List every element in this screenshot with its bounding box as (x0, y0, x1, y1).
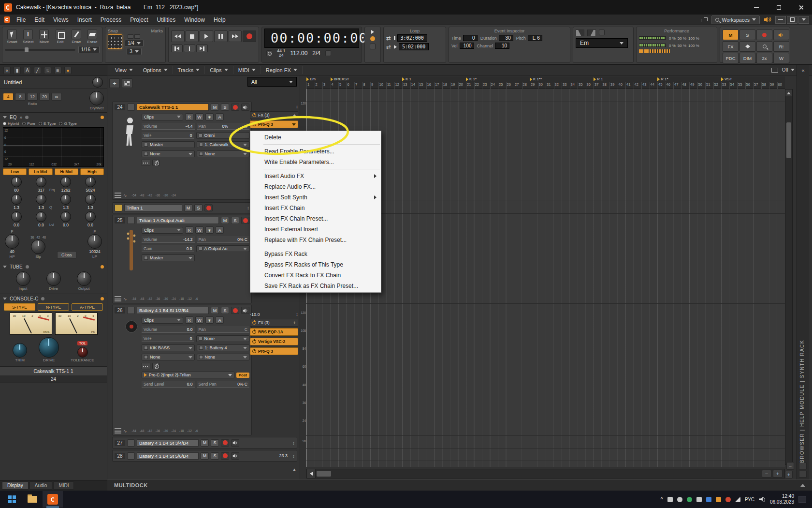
mdi-minimize-button[interactable] (775, 16, 786, 24)
ruler-measure-47[interactable]: 47 (673, 82, 682, 89)
ruler-measure-18[interactable]: 18 (442, 82, 450, 89)
send-level-field[interactable]: Send Level0.0 (142, 381, 195, 388)
ruler-measure-22[interactable]: 22 (474, 82, 482, 89)
aim-assist-icon[interactable] (771, 68, 778, 73)
add-track-button[interactable]: + (109, 78, 120, 88)
inspector-top-knob[interactable] (92, 77, 103, 88)
tray-app-icon-5[interactable] (706, 497, 711, 502)
loop-set-icon[interactable]: ⇄ (386, 44, 391, 50)
ruler-marker-k-1[interactable]: K 1 (402, 77, 411, 81)
dock-icon-1[interactable] (799, 463, 807, 469)
ruler-measure-8[interactable]: 8 (362, 82, 371, 89)
time-format-icon[interactable] (266, 50, 272, 56)
input-knob[interactable] (16, 271, 30, 286)
eq-graph[interactable]: 1260612 201126323k720k (3, 127, 104, 167)
ruler-measure-37[interactable]: 37 (594, 82, 602, 89)
tray-app-icon-4[interactable] (696, 497, 702, 502)
input-echo-button[interactable] (241, 307, 249, 314)
maximize-button[interactable] (768, 0, 790, 15)
ruler-measure-29[interactable]: 29 (530, 82, 538, 89)
eq-knob[interactable] (11, 194, 22, 205)
fx-power-icon[interactable] (252, 113, 256, 117)
track-name[interactable]: Battery 4 1 B4 St 5/6/B4 (137, 452, 199, 460)
context-menu-item-write-enable-parameters[interactable]: Write Enable Parameters... (250, 157, 381, 167)
freeze-button[interactable]: ∗ (205, 113, 214, 120)
mdi-menu-button[interactable] (798, 16, 809, 24)
eq-knob[interactable] (85, 211, 96, 222)
arm-record-button[interactable] (221, 452, 229, 460)
collapse-all-icon[interactable]: « (3, 67, 11, 74)
multidock-bar[interactable]: MULTIDOCK (107, 479, 812, 491)
dock-icon-2[interactable] (799, 471, 807, 478)
ruler-measure-21[interactable]: 21 (466, 82, 474, 89)
snap-landmarks-dropdown[interactable]: 3 (127, 48, 142, 55)
meter-options-icon[interactable]: ∿ (123, 297, 127, 301)
archive-button[interactable]: A (216, 113, 224, 120)
global-mute-button[interactable]: M (723, 30, 739, 40)
ruler-measure-57[interactable]: 57 (753, 82, 761, 89)
levels-icon[interactable]: ▮ (14, 67, 21, 74)
ruler-measure-6[interactable]: 6 (347, 82, 355, 89)
ruler-marker-vst[interactable]: VST (721, 77, 732, 81)
global-monitor-button[interactable] (773, 30, 789, 40)
minimize-button[interactable] (745, 0, 768, 15)
taskbar-clock[interactable]: 12:40 06.03.2023 (770, 493, 794, 506)
phase-invert-icon[interactable] (152, 160, 160, 166)
track-name[interactable]: Trilian 1 A Output Audi (137, 217, 219, 224)
eq-type-hybrid[interactable]: Hybrid (3, 121, 19, 126)
context-menu-item-bypass-fx-racks-of-this-type[interactable]: Bypass FX Racks of This Type (250, 259, 381, 270)
draw-resolution-dropdown[interactable]: 1/16 (78, 46, 100, 53)
ruler-measure-31[interactable]: 31 (546, 82, 554, 89)
tool-strength-slider[interactable] (5, 49, 75, 51)
track-24[interactable]: 24 Cakewalk TTS-1 1 M S (112, 102, 252, 200)
ratio-20[interactable]: 20 (39, 93, 50, 101)
input-echo-button[interactable] (241, 104, 249, 111)
velocity-field[interactable]: Vel+0 (142, 335, 194, 342)
float-window-icon[interactable] (701, 17, 708, 22)
send-assign-dropdown[interactable]: Pro-C 2(Input 2)-Trilian (142, 372, 234, 378)
tolerance-knob[interactable] (77, 347, 88, 358)
write-automation-button[interactable]: W (773, 53, 789, 63)
fade-in-icon[interactable] (576, 30, 584, 36)
eq-type-e-type[interactable]: E-Type (39, 121, 56, 126)
input-echo-button[interactable] (231, 452, 239, 460)
clips-dropdown[interactable]: Clips (142, 227, 183, 234)
ruler-measure-58[interactable]: 58 (761, 82, 769, 89)
resize-handle-icon[interactable]: ↕ (296, 104, 298, 109)
trim-knob[interactable] (13, 343, 27, 358)
ruler-measure-10[interactable]: 10 (378, 82, 387, 89)
speed-button[interactable]: 2x (756, 53, 772, 63)
multidock-expand-icon[interactable] (800, 484, 805, 487)
ruler-measure-41[interactable]: 41 (625, 82, 634, 89)
folder-name[interactable]: Trilian 1 (124, 204, 182, 211)
zoom-out-button[interactable]: − (762, 470, 771, 478)
waveform-preview-icon[interactable] (142, 363, 150, 369)
loop-start-value[interactable]: 3:02:000 (397, 34, 427, 42)
ratio-12[interactable]: 12 (27, 93, 38, 101)
crossfade-grid-icon[interactable] (599, 30, 605, 35)
snap-value-dropdown[interactable]: 1/4 (125, 40, 144, 47)
ruler-measure-14[interactable]: 14 (410, 82, 419, 89)
ratio-8[interactable]: 8 (15, 93, 26, 101)
tempo-value[interactable]: 112.00 (290, 50, 308, 57)
menu-project[interactable]: Project (126, 15, 152, 25)
tempo-edit-icon[interactable] (325, 50, 331, 56)
context-menu-item-insert-fx-chain[interactable]: Insert FX Chain (250, 203, 381, 213)
context-menu-item-replace-audio-fx[interactable]: Replace Audio FX... (250, 181, 381, 192)
eq-knob[interactable] (36, 194, 46, 205)
track-menu-icon[interactable] (115, 193, 121, 198)
archive-button[interactable]: A (216, 226, 224, 234)
tool-erase[interactable]: Erase (85, 29, 100, 45)
loop-end-value[interactable]: 5:02:000 (399, 43, 429, 50)
ruler-marker-k-1[interactable]: K 1** (530, 77, 542, 81)
freeze-button[interactable]: ∗ (205, 226, 214, 234)
eq-knob[interactable] (85, 177, 96, 187)
rewind-button[interactable] (171, 30, 185, 42)
automation-write-button[interactable]: W (195, 113, 203, 120)
hp-filter-knob[interactable] (5, 234, 19, 249)
eq-power-icon[interactable] (101, 116, 104, 119)
cakewalk-taskbar-button[interactable] (43, 491, 63, 508)
arm-record-button[interactable] (231, 307, 239, 314)
solo-button[interactable]: S (221, 307, 229, 314)
fx-chip-pro-q-3[interactable]: Pro-Q 3 (250, 347, 298, 355)
